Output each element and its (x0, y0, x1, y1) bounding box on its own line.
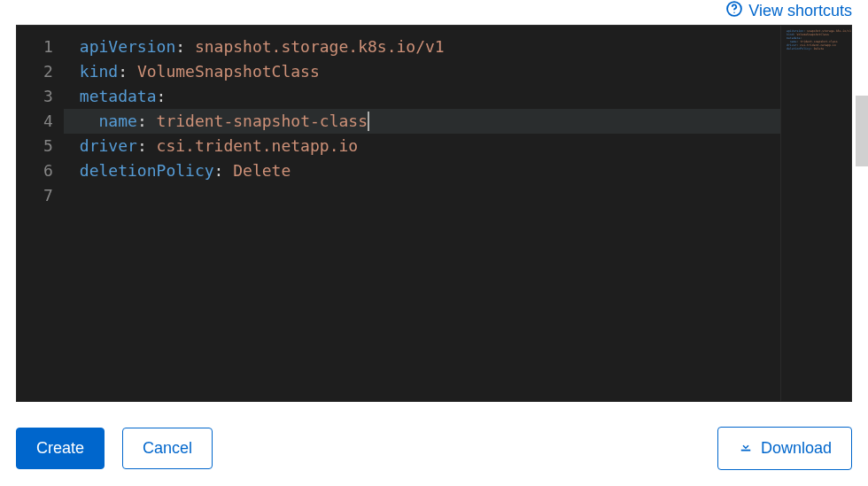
download-label: Download (761, 439, 832, 458)
editor-overview-ruler[interactable] (856, 25, 868, 402)
cancel-label: Cancel (143, 439, 192, 458)
download-button[interactable]: Download (717, 427, 852, 470)
footer-actions: Create Cancel Download (16, 427, 852, 470)
line-number: 6 (43, 158, 53, 183)
view-shortcuts-link[interactable]: View shortcuts (725, 0, 852, 22)
code-line[interactable]: kind: VolumeSnapshotClass (64, 59, 780, 84)
yaml-editor[interactable]: 1234567 apiVersion: snapshot.storage.k8s… (16, 25, 852, 402)
line-number: 5 (43, 134, 53, 158)
svg-point-1 (734, 12, 736, 12)
code-line[interactable]: deletionPolicy: Delete (64, 158, 780, 183)
code-line[interactable] (64, 183, 780, 208)
line-number: 4 (43, 109, 53, 134)
line-number: 3 (43, 84, 53, 109)
line-number: 1 (43, 35, 53, 59)
code-line[interactable]: apiVersion: snapshot.storage.k8s.io/v1 (64, 35, 780, 59)
editor-minimap[interactable]: apiVersion: snapshot.storage.k8s.io/v1ki… (780, 26, 851, 401)
scrollbar-slider[interactable] (856, 96, 868, 166)
code-line[interactable]: metadata: (64, 84, 780, 109)
line-number: 2 (43, 59, 53, 84)
text-cursor (368, 112, 369, 131)
question-circle-icon (725, 0, 743, 22)
code-line[interactable]: driver: csi.trident.netapp.io (64, 134, 780, 158)
create-button[interactable]: Create (16, 428, 105, 469)
create-label: Create (36, 439, 84, 458)
line-gutter: 1234567 (17, 26, 64, 401)
view-shortcuts-label: View shortcuts (748, 2, 852, 20)
cancel-button[interactable]: Cancel (122, 428, 213, 469)
download-icon (738, 438, 754, 459)
code-line[interactable]: name: trident-snapshot-class (64, 109, 780, 134)
line-number: 7 (43, 183, 53, 208)
code-area[interactable]: apiVersion: snapshot.storage.k8s.io/v1ki… (64, 26, 780, 401)
